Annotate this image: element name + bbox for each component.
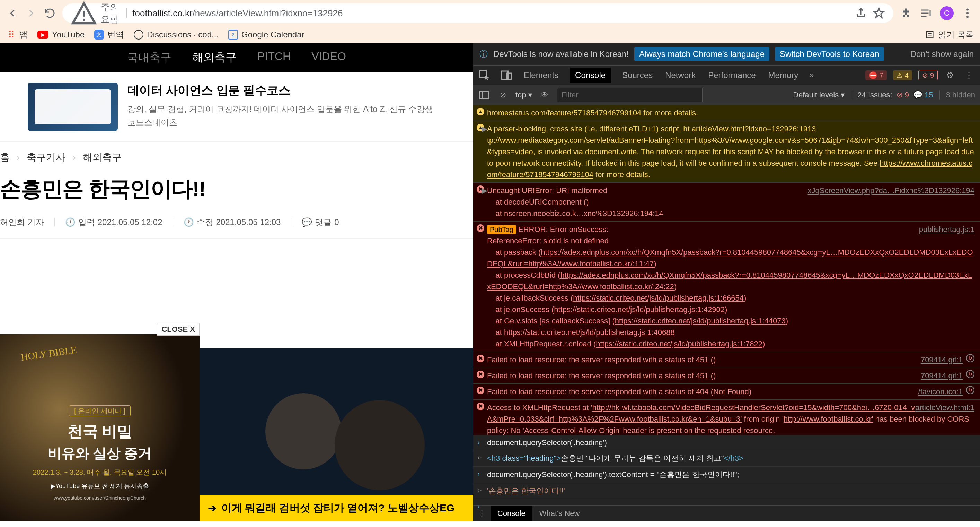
ad-banner[interactable]: 데이터 사이언스 입문 필수코스 강의, 실무 경험, 커리어 코칭까지! 데이… (0, 72, 473, 142)
article-headline: 손흥민은 한국인이다!! (0, 164, 473, 211)
security-warning[interactable]: 주의 요함 (71, 0, 121, 26)
dismiss-button[interactable]: Don't show again (910, 49, 974, 59)
tab-memory[interactable]: Memory (767, 68, 800, 83)
bookmark-calendar[interactable]: 2Google Calendar (228, 30, 304, 40)
share-icon[interactable] (854, 7, 867, 19)
devtools-panel: ⓘ DevTools is now available in Korean! A… (473, 43, 980, 521)
article-input-time: 🕐 입력 2021.05.05 12:02 (65, 217, 162, 228)
bookmark-youtube[interactable]: ▶YouTube (37, 30, 84, 40)
youtube-icon: ▶ (37, 30, 48, 39)
tab-network[interactable]: Network (664, 68, 697, 83)
console-input-row[interactable]: ›document.querySelector('.heading') (473, 436, 980, 450)
tab-console[interactable]: Console (570, 68, 611, 83)
overlay-title-1: 천국 비밀 (0, 421, 199, 442)
console-log-row[interactable]: ✖articleView.html:1Access to XMLHttpRequ… (473, 400, 980, 435)
reload-button[interactable] (44, 7, 56, 19)
forward-button[interactable] (25, 7, 37, 19)
inspect-icon[interactable] (478, 69, 490, 81)
console-log-row[interactable]: ✖↻709414.gif:1Failed to load resource: t… (473, 368, 980, 384)
profile-avatar[interactable]: C (940, 6, 954, 20)
overlay-source: www.youtube.com/user/ShincheonjiChurch (0, 495, 199, 501)
switch-korean-button[interactable]: Switch DevTools to Korean (775, 47, 884, 61)
match-language-button[interactable]: Always match Chrome's language (634, 47, 769, 61)
article-meta: 허인회 기자 🕐 입력 2021.05.05 12:02 🕐 수정 2021.0… (0, 211, 473, 238)
svg-point-1 (83, 19, 85, 21)
console-input-row[interactable]: › (473, 499, 980, 505)
overlay-close-button[interactable]: CLOSE X (157, 323, 199, 335)
console-log-row[interactable]: ▲hromestatus.com/feature/571854794679910… (473, 105, 980, 121)
security-warning-text: 주의 요함 (101, 1, 121, 25)
bookmark-discussions[interactable]: Discussions · cod... (134, 30, 219, 40)
device-icon[interactable] (500, 69, 513, 81)
overlay-youtube: ▶YouTube 유튜브 전 세계 동시송출 (0, 482, 199, 490)
article-comments[interactable]: 💬 댓글 0 (302, 217, 339, 228)
browser-toolbar: 주의 요함 footballist.co.kr/news/articleView… (0, 0, 980, 26)
breadcrumb-category[interactable]: 축구기사 (27, 151, 65, 164)
live-expression-icon[interactable]: 👁 (538, 89, 551, 101)
svg-point-3 (966, 12, 969, 14)
filter-input[interactable] (557, 88, 703, 102)
drawer-tab-whatsnew[interactable]: What's New (533, 506, 587, 521)
console-input-row[interactable]: ›document.querySelector('.heading').text… (473, 467, 980, 483)
console-output-row: ‹· <h3 class="heading">손흥민 "나에게 무리뉴 감독은 … (473, 450, 980, 467)
breadcrumb: 홈 › 축구기사 › 해외축구 (0, 142, 473, 164)
svg-rect-14 (480, 91, 489, 99)
drawer-tab-console[interactable]: Console (490, 506, 533, 521)
menu-icon[interactable] (961, 7, 974, 19)
sidebar-toggle-icon[interactable] (478, 89, 490, 101)
console-filter-bar: ⊘ top ▾ 👁 Default levels ▾ 24 Issues: ⊘ … (473, 85, 980, 105)
ad-brand: 코드스테이츠 (127, 116, 433, 129)
warning-count-badge[interactable]: ⚠ 4 (893, 70, 912, 80)
tab-sources[interactable]: Sources (621, 68, 654, 83)
extensions-icon[interactable] (900, 7, 912, 19)
issue-count-badge[interactable]: ⊘ 9 (918, 70, 938, 80)
article-modify-time: 🕐 수정 2021.05.05 12:03 (184, 217, 281, 228)
nav-pitch[interactable]: PITCH (258, 50, 291, 65)
issues-label[interactable]: 24 Issues: (858, 91, 892, 99)
console-log-row[interactable]: ✖↻709414.gif:1Failed to load resource: t… (473, 352, 980, 368)
devtools-menu-icon[interactable]: ⋮ (963, 69, 975, 81)
svg-point-10 (335, 400, 425, 490)
nav-video[interactable]: VIDEO (312, 50, 346, 65)
clear-console-icon[interactable]: ⊘ (497, 89, 509, 101)
tab-elements[interactable]: Elements (522, 68, 560, 83)
console-log[interactable]: ▲hromestatus.com/feature/571854794679910… (473, 105, 980, 435)
reading-list-icon (925, 30, 935, 40)
nav-domestic[interactable]: 국내축구 (127, 50, 172, 65)
console-log-row[interactable]: ✖publishertag.js:1PubTag ERROR: Error on… (473, 222, 980, 352)
tab-performance[interactable]: Performance (707, 68, 757, 83)
overlay-ad: CLOSE X HOLY BIBLE [ 온라인 세미나 ] 천국 비밀 비유와… (0, 334, 199, 521)
apps-shortcut[interactable]: ⠿앱 (6, 29, 28, 40)
settings-icon[interactable]: ⚙ (944, 69, 956, 81)
more-tabs-icon[interactable]: » (809, 70, 814, 80)
web-page: 국내축구 해외축구 PITCH VIDEO 데이터 사이언스 입문 필수코스 강… (0, 43, 473, 521)
error-count-badge[interactable]: ⛔ 7 (865, 70, 887, 80)
back-button[interactable] (6, 7, 19, 19)
drawer-menu-icon[interactable]: ⋮ (473, 506, 490, 521)
bookmark-translate[interactable]: 文번역 (94, 29, 124, 40)
github-icon (134, 30, 143, 40)
context-selector[interactable]: top ▾ (515, 91, 532, 99)
info-icon: ⓘ (479, 48, 488, 60)
console-log-row[interactable]: ✖▶xJqScreenView.php?da…Fidxno%3D132926:1… (473, 183, 980, 222)
hidden-count[interactable]: 3 hidden (939, 91, 975, 99)
bookmarks-bar: ⠿앱 ▶YouTube 文번역 Discussions · cod... 2Go… (0, 26, 980, 43)
yellow-ad-bar[interactable]: ➜ 이게 뭐길래 검버섯 잡티가 옅어져? 노벨상수상EG (199, 495, 473, 521)
console-log-row[interactable]: ✖↻/favicon.ico:1Failed to load resource:… (473, 384, 980, 400)
svg-point-4 (966, 16, 969, 18)
reading-list-icon[interactable] (920, 7, 932, 19)
devtools-tabs: Elements Console Sources Network Perform… (473, 65, 980, 85)
address-bar[interactable]: 주의 요함 footballist.co.kr/news/articleView… (62, 3, 893, 23)
reading-list-button[interactable]: 읽기 목록 (938, 29, 974, 40)
site-nav: 국내축구 해외축구 PITCH VIDEO (0, 43, 473, 72)
overlay-title-2: 비유와 실상 증거 (0, 444, 199, 463)
log-levels-selector[interactable]: Default levels ▾ (793, 91, 845, 99)
overlay-badge: [ 온라인 세미나 ] (69, 405, 130, 417)
breadcrumb-home[interactable]: 홈 (0, 151, 10, 164)
breadcrumb-sub[interactable]: 해외축구 (83, 151, 122, 164)
calendar-icon: 2 (228, 30, 238, 40)
console-log-row[interactable]: ▲▶A parser-blocking, cross site (i.e. di… (473, 121, 980, 183)
star-icon[interactable] (873, 7, 885, 19)
nav-overseas[interactable]: 해외축구 (192, 50, 237, 65)
svg-point-9 (265, 393, 342, 470)
